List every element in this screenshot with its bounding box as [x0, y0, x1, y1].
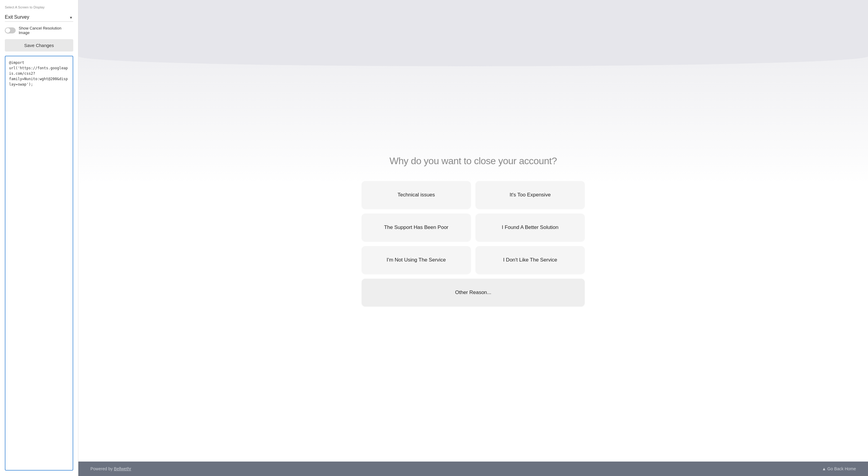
screen-select-label: Select A Screen to Display	[5, 5, 73, 9]
cancel-resolution-toggle[interactable]	[5, 27, 16, 33]
option-other-reason[interactable]: Other Reason...	[362, 279, 585, 307]
arrow-up-icon: ▲	[822, 466, 826, 471]
options-grid: Technical issues It's Too Expensive The …	[362, 181, 585, 307]
option-poor-support[interactable]: The Support Has Been Poor	[362, 214, 471, 241]
save-changes-button[interactable]: Save Changes	[5, 39, 73, 52]
option-dont-like[interactable]: I Don't Like The Service	[475, 246, 585, 274]
survey-title: Why do you want to close your account?	[390, 155, 557, 167]
go-back-home-button[interactable]: ▲ Go Back Home	[822, 466, 856, 471]
toggle-row: Show Cancel Resolution Image	[5, 26, 73, 35]
toggle-label: Show Cancel Resolution Image	[19, 26, 73, 35]
screen-select-wrapper: Exit Survey ▾	[5, 13, 73, 22]
footer: Powered by Bellwethr ▲ Go Back Home	[79, 462, 868, 476]
option-too-expensive[interactable]: It's Too Expensive	[475, 181, 585, 209]
code-editor[interactable]: @import url('https://fonts.googleapis.co…	[5, 56, 73, 471]
bellwethr-link[interactable]: Bellwethr	[114, 466, 131, 471]
main-area: Why do you want to close your account? T…	[79, 0, 868, 476]
survey-container: Why do you want to close your account? T…	[79, 0, 868, 462]
footer-powered-by: Powered by Bellwethr	[90, 466, 131, 471]
screen-select[interactable]: Exit Survey	[5, 13, 73, 22]
option-not-using[interactable]: I'm Not Using The Service	[362, 246, 471, 274]
option-technical-issues[interactable]: Technical issues	[362, 181, 471, 209]
sidebar: Select A Screen to Display Exit Survey ▾…	[0, 0, 79, 476]
option-better-solution[interactable]: I Found A Better Solution	[475, 214, 585, 241]
